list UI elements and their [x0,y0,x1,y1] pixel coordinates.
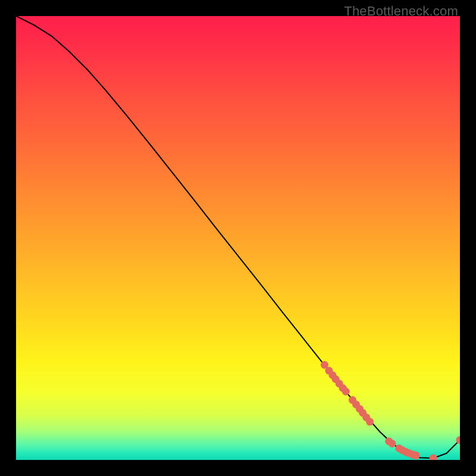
chart-stage: TheBottleneck.com [0,0,476,476]
marker-point [388,440,396,447]
marker-point [412,452,420,459]
gradient-rect [16,16,460,460]
plot-svg [16,16,460,460]
marker-point [342,388,350,396]
marker-point [366,418,374,425]
plot-area [16,16,460,460]
